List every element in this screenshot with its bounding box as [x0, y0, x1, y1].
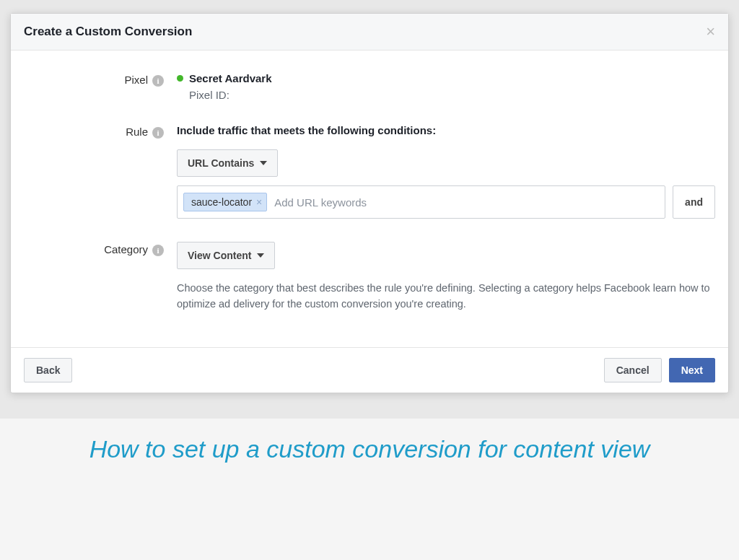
info-icon[interactable]: i — [152, 245, 164, 256]
next-button[interactable]: Next — [669, 358, 715, 382]
status-dot-icon — [177, 75, 183, 82]
dropdown-label: View Content — [188, 250, 251, 261]
pixel-name-line: Secret Aardvark — [177, 72, 715, 84]
tag-remove-icon[interactable]: × — [256, 197, 262, 207]
rule-label: Rule — [126, 126, 148, 138]
cancel-button[interactable]: Cancel — [604, 358, 662, 382]
category-label-col: Category i — [24, 242, 168, 312]
pixel-label: Pixel — [124, 74, 148, 86]
tag-text: sauce-locator — [191, 196, 252, 208]
url-keywords-input-container[interactable]: sauce-locator × — [177, 185, 665, 219]
rule-heading: Include traffic that meets the following… — [177, 124, 715, 136]
url-input-row: sauce-locator × and — [177, 185, 715, 219]
pixel-content: Secret Aardvark Pixel ID: — [168, 72, 715, 101]
modal-title: Create a Custom Conversion — [24, 25, 192, 39]
category-content: View Content Choose the category that be… — [168, 242, 715, 312]
pixel-id-label: Pixel ID: — [189, 89, 715, 101]
category-help-text: Choose the category that best describes … — [177, 281, 715, 312]
caption-container: How to set up a custom conversion for co… — [0, 433, 739, 466]
url-keywords-input[interactable] — [274, 196, 659, 209]
modal-body: Pixel i Secret Aardvark Pixel ID: Rule i… — [11, 51, 728, 347]
rule-label-col: Rule i — [24, 124, 168, 219]
info-icon[interactable]: i — [152, 75, 164, 87]
caption-text: How to set up a custom conversion for co… — [43, 433, 696, 466]
footer-right: Cancel Next — [604, 358, 715, 382]
pixel-name: Secret Aardvark — [189, 72, 272, 84]
modal-footer: Back Cancel Next — [11, 347, 728, 393]
category-dropdown[interactable]: View Content — [177, 242, 275, 269]
keyword-tag: sauce-locator × — [183, 193, 267, 211]
info-icon[interactable]: i — [152, 127, 164, 139]
rule-content: Include traffic that meets the following… — [168, 124, 715, 219]
modal-header: Create a Custom Conversion × — [11, 14, 728, 51]
dropdown-label: URL Contains — [188, 157, 254, 169]
and-button[interactable]: and — [673, 185, 715, 219]
category-row: Category i View Content Choose the categ… — [24, 242, 715, 312]
back-button[interactable]: Back — [24, 358, 72, 382]
custom-conversion-modal: Create a Custom Conversion × Pixel i Sec… — [10, 13, 729, 393]
chevron-down-icon — [260, 161, 267, 165]
category-label: Category — [104, 243, 148, 255]
and-label: and — [685, 196, 703, 208]
pixel-row: Pixel i Secret Aardvark Pixel ID: — [24, 72, 715, 101]
rule-row: Rule i Include traffic that meets the fo… — [24, 124, 715, 219]
chevron-down-icon — [257, 253, 264, 258]
close-icon[interactable]: × — [706, 24, 715, 40]
url-condition-dropdown[interactable]: URL Contains — [177, 149, 278, 177]
pixel-label-col: Pixel i — [24, 72, 168, 101]
